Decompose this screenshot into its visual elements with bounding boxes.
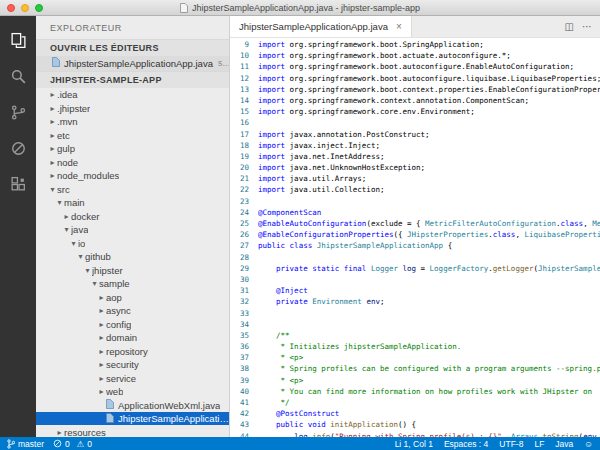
code-editor[interactable]: 9import org.springframework.boot.SpringA… — [230, 38, 600, 437]
tree-folder-etc[interactable]: ▸etc — [36, 128, 229, 142]
tree-file-jhipstersampleapplicationapp.java[interactable]: JhipsterSampleApplicationApp.java — [36, 412, 229, 426]
tree-folder-domain[interactable]: ▸domain — [36, 331, 229, 345]
tree-folder-main[interactable]: ▾main — [36, 196, 229, 210]
code-line[interactable]: 41 */ — [230, 397, 600, 408]
code-line[interactable]: 42 @PostConstruct — [230, 408, 600, 419]
line-number: 16 — [230, 117, 258, 128]
chevron-right-icon: ▸ — [97, 347, 106, 356]
activity-bar-explorer[interactable] — [0, 22, 36, 58]
code-line[interactable]: 11import org.springframework.boot.autoco… — [230, 61, 600, 72]
tree-folder-io[interactable]: ▾io — [36, 236, 229, 250]
status-eol[interactable]: LF — [534, 439, 544, 449]
code-line[interactable]: 23 — [230, 196, 600, 207]
tree-folder-resources[interactable]: ▸resources — [36, 425, 229, 437]
code-line[interactable]: 40 * You can find more information on ho… — [230, 386, 600, 397]
code-line[interactable]: 12import org.springframework.boot.autoco… — [230, 73, 600, 84]
code-line[interactable]: 33 — [230, 308, 600, 319]
activity-bar-search[interactable] — [0, 58, 36, 94]
code-line[interactable]: 36 * Initializes jhipsterSampleApplicati… — [230, 341, 600, 352]
tree-folder-.idea[interactable]: ▸.idea — [36, 88, 229, 102]
tree-folder-src[interactable]: ▾src — [36, 182, 229, 196]
minimize-window-button[interactable] — [21, 4, 29, 12]
tree-item-label: node_modules — [57, 170, 119, 181]
code-line[interactable]: 17import javax.annotation.PostConstruct; — [230, 129, 600, 140]
code-line[interactable]: 27public class JhipsterSampleApplication… — [230, 240, 600, 251]
code-line[interactable]: 24@ComponentScan — [230, 207, 600, 218]
tree-item-label: jhipster — [92, 265, 123, 276]
line-number: 24 — [230, 207, 258, 218]
tree-folder-async[interactable]: ▸async — [36, 304, 229, 318]
main-area: EXPLORATEUR OUVRIR LES ÉDITEURS Jhipster… — [0, 16, 600, 437]
tree-folder-gulp[interactable]: ▸gulp — [36, 142, 229, 156]
code-line[interactable]: 15import org.springframework.core.env.En… — [230, 106, 600, 117]
status-encoding[interactable]: UTF-8 — [499, 439, 523, 449]
code-line[interactable]: 38 * Spring profiles can be configured w… — [230, 363, 600, 374]
code-line[interactable]: 30 — [230, 274, 600, 285]
tree-folder-docker[interactable]: ▸docker — [36, 209, 229, 223]
more-actions-icon[interactable]: ⋯ — [582, 21, 592, 32]
tree-folder-.mvn[interactable]: ▸.mvn — [36, 115, 229, 129]
split-editor-icon[interactable]: ◫ — [565, 21, 574, 32]
tree-folder-web[interactable]: ▸web — [36, 385, 229, 399]
line-number: 29 — [230, 263, 258, 274]
code-line[interactable]: 32 private Environment env; — [230, 296, 600, 307]
code-line[interactable]: 25@EnableAutoConfiguration(exclude = { M… — [230, 218, 600, 229]
tree-folder-aop[interactable]: ▸aop — [36, 290, 229, 304]
sidebar-title: EXPLORATEUR — [36, 16, 229, 39]
tree-folder-node-modules[interactable]: ▸node_modules — [36, 169, 229, 183]
close-window-button[interactable] — [7, 4, 15, 12]
code-line[interactable]: 20import java.net.UnknownHostException; — [230, 162, 600, 173]
tree-folder-repository[interactable]: ▸repository — [36, 344, 229, 358]
problems-indicator[interactable]: 0 ⚠ 0 — [53, 439, 92, 449]
code-line[interactable]: 35 /** — [230, 330, 600, 341]
code-line[interactable]: 9import org.springframework.boot.SpringA… — [230, 39, 600, 50]
tab-close-icon[interactable]: × — [396, 21, 402, 32]
code-line[interactable]: 18import javax.inject.Inject; — [230, 140, 600, 151]
tree-file-applicationwebxml.java[interactable]: ApplicationWebXml.java — [36, 398, 229, 412]
code-line[interactable]: 10import org.springframework.boot.actuat… — [230, 50, 600, 61]
tree-folder-github[interactable]: ▾github — [36, 250, 229, 264]
code-line[interactable]: 14import org.springframework.context.ann… — [230, 95, 600, 106]
tree-folder-security[interactable]: ▸security — [36, 358, 229, 372]
project-root-header[interactable]: JHIPSTER-SAMPLE-APP — [36, 71, 229, 88]
line-content: import java.util.Collection; — [258, 184, 600, 195]
tree-folder-config[interactable]: ▸config — [36, 317, 229, 331]
code-line[interactable]: 31 @Inject — [230, 285, 600, 296]
code-line[interactable]: 26@EnableConfigurationProperties({ JHips… — [230, 229, 600, 240]
code-line[interactable]: 28 — [230, 252, 600, 263]
open-editors-header[interactable]: OUVRIR LES ÉDITEURS — [36, 39, 229, 56]
code-line[interactable]: 39 * <p> — [230, 375, 600, 386]
zoom-window-button[interactable] — [35, 4, 43, 12]
code-line[interactable]: 29 private static final Logger log = Log… — [230, 263, 600, 274]
code-line[interactable]: 22import java.util.Collection; — [230, 184, 600, 195]
open-editor-item[interactable]: JhipsterSampleApplicationApp.javasrc/m..… — [36, 56, 229, 71]
tree-folder-sample[interactable]: ▾sample — [36, 277, 229, 291]
tree-folder-java[interactable]: ▾java — [36, 223, 229, 237]
feedback-smiley-icon[interactable]: ☺ — [584, 439, 593, 449]
line-content: public void initApplication() { — [258, 419, 600, 430]
tree-folder-service[interactable]: ▸service — [36, 371, 229, 385]
activity-bar-debug[interactable] — [0, 130, 36, 166]
editor-tab[interactable]: JhipsterSampleApplicationApp.java × — [230, 16, 412, 37]
code-line[interactable]: 21import java.util.Arrays; — [230, 173, 600, 184]
status-cursor-position[interactable]: Li 1, Col 1 — [395, 439, 433, 449]
open-editor-filename: JhipsterSampleApplicationApp.java — [64, 58, 213, 69]
code-line[interactable]: 13import org.springframework.boot.contex… — [230, 84, 600, 95]
status-language-mode[interactable]: Java — [555, 439, 573, 449]
code-line[interactable]: 43 public void initApplication() { — [230, 419, 600, 430]
tree-folder-node[interactable]: ▸node — [36, 155, 229, 169]
activity-bar-extensions[interactable] — [0, 166, 36, 202]
activity-bar-source-control[interactable] — [0, 94, 36, 130]
line-content — [258, 308, 600, 319]
open-editors-header-label: OUVRIR LES ÉDITEURS — [50, 43, 159, 53]
tree-folder-jhipster[interactable]: ▾jhipster — [36, 263, 229, 277]
line-content — [258, 319, 600, 330]
code-line[interactable]: 19import java.net.InetAddress; — [230, 151, 600, 162]
code-line[interactable]: 37 * <p> — [230, 352, 600, 363]
code-line[interactable]: 16 — [230, 117, 600, 128]
status-indentation[interactable]: Espaces : 4 — [444, 439, 488, 449]
tree-folder-.jhipster[interactable]: ▸.jhipster — [36, 101, 229, 115]
chevron-right-icon: ▸ — [48, 171, 57, 180]
git-branch-indicator[interactable]: master — [7, 439, 44, 449]
code-line[interactable]: 34 — [230, 319, 600, 330]
